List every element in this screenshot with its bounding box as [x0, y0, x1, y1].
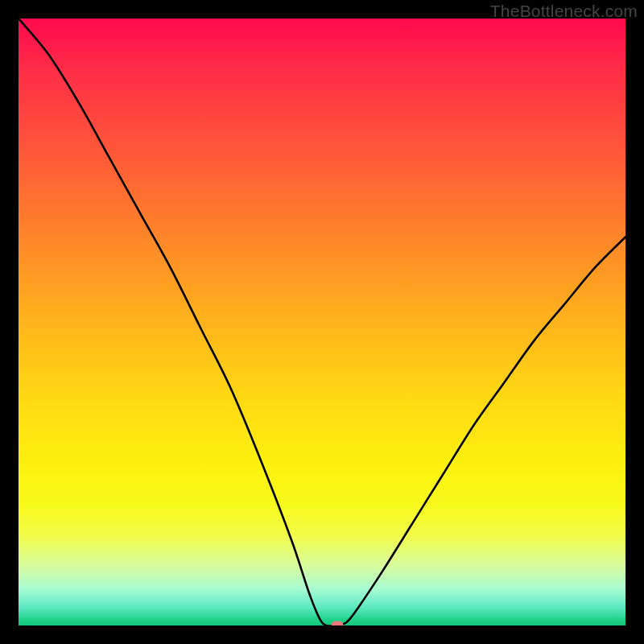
watermark-text: TheBottleneck.com: [490, 2, 638, 21]
bottleneck-curve: [19, 19, 625, 625]
optimal-point-marker: [331, 621, 343, 626]
chart-area: [19, 19, 625, 625]
